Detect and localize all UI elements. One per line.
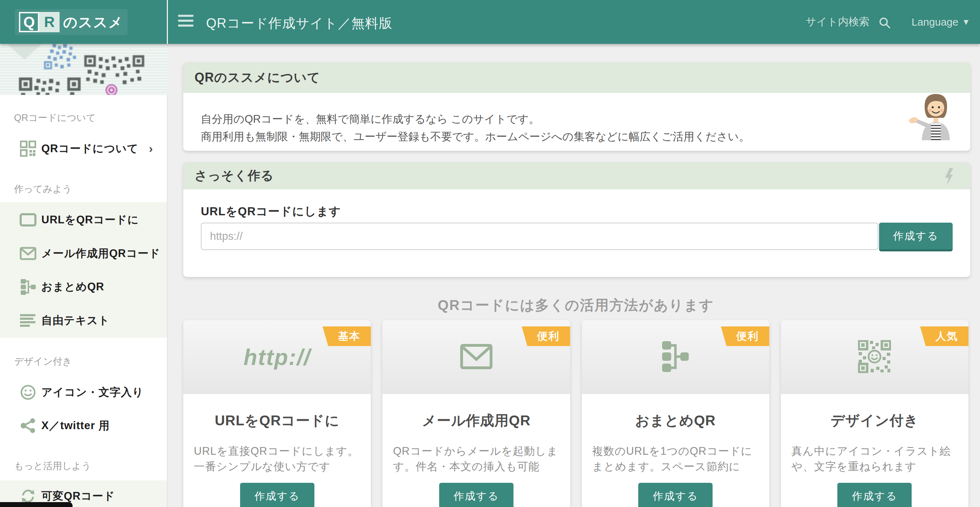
usecase-card-omatome[interactable]: 便利 おまとめQR 複数のURLを1つのQRコードにまとめます。スペース節約に … (582, 320, 769, 507)
lightning-icon (943, 168, 956, 187)
url-input[interactable] (201, 223, 878, 250)
logo-q-box: Q (19, 12, 39, 32)
badge-handy: 便利 (721, 327, 769, 346)
usecase-card-title: おまとめQR (582, 411, 769, 430)
language-dropdown[interactable]: Language ▼ (912, 16, 970, 28)
sidebar-section-label: QRコードについて (14, 112, 96, 124)
tree-diagram-icon (662, 340, 689, 374)
share-icon (20, 417, 37, 434)
sidebar-item-qr-about[interactable]: QRコードについて › (0, 132, 167, 165)
about-card: QRのススメについて 自分用のQRコードを、無料で簡単に作成するなら このサイト… (183, 62, 970, 151)
sidebar-item-label: おまとめQR (41, 279, 104, 294)
sidebar-section-label: もっと活用しよう (14, 460, 91, 472)
usecase-card-desc: URLを直接QRコードにします。一番シンプルな使い方です (194, 443, 360, 474)
logo-text: のススメ (63, 13, 123, 32)
text-lines-icon (20, 312, 37, 329)
quick-create-row: 作成する (201, 223, 953, 251)
browser-window-icon (20, 211, 37, 228)
create-button[interactable]: 作成する (439, 483, 514, 507)
smiley-icon (20, 384, 37, 401)
sidebar-section-label: デザイン付き (14, 355, 72, 368)
envelope-icon (20, 245, 37, 262)
sidebar-item-mail-qr[interactable]: メール作成用QRコード (0, 237, 167, 270)
envelope-icon (460, 344, 492, 371)
sidebar-item-label: URLをQRコードに (41, 212, 139, 227)
logo-r-box: R (39, 12, 60, 32)
guide-woman-illustration (897, 91, 953, 145)
main-content: QRのススメについて 自分用のQRコードを、無料で簡単に作成するなら このサイト… (167, 44, 980, 507)
sidebar-item-twitter-qr[interactable]: X／twitter 用 (0, 409, 167, 442)
sidebar-section-label: 作ってみよう (14, 183, 72, 195)
about-card-body: 自分用のQRコードを、無料で簡単に作成するなら このサイトです。 商用利用も無制… (183, 93, 970, 145)
badge-popular: 人気 (920, 327, 969, 346)
usecase-card-desc: QRコードからメールを起動します。件名・本文の挿入も可能 (393, 443, 559, 474)
create-button[interactable]: 作成する (879, 223, 953, 251)
usecase-card-title: URLをQRコードに (183, 411, 371, 430)
site-search-link[interactable]: サイト内検索 (806, 15, 870, 29)
sidebar-item-label: メール作成用QRコード (41, 246, 160, 261)
quick-create-header: さっそく作る (183, 162, 970, 189)
page: Q R のススメ QRコード作成サイト／無料版 サイト内検索 Language … (0, 0, 980, 507)
tree-diagram-icon (20, 278, 37, 295)
usecase-cards-grid: 基本 http:// URLをQRコードに URLを直接QRコードにします。一番… (183, 320, 969, 507)
http-url-icon: http:// (243, 344, 311, 370)
badge-basic: 基本 (323, 327, 371, 346)
usecase-card-desc: 真ん中にアイコン・イラスト絵や、文字を重ねられます (791, 443, 958, 474)
search-icon[interactable] (879, 17, 891, 29)
usecase-card-title: メール作成用QR (382, 411, 570, 430)
usecases-heading: QRコードには多くの活用方法があります (183, 296, 969, 315)
usecase-card-design[interactable]: 人気 (781, 320, 969, 507)
quick-create-card: さっそく作る URLをQRコードにします 作成する (183, 162, 970, 277)
qr-codes-photo (0, 44, 167, 95)
about-line-1: 自分用のQRコードを、無料で簡単に作成するなら このサイトです。 (201, 110, 970, 128)
about-line-2: 商用利用も無制限・無期限で、ユーザー登録も不要です。ホームページへの集客などに幅… (201, 128, 970, 145)
page-title: QRコード作成サイト／無料版 (206, 14, 392, 32)
site-logo[interactable]: Q R のススメ (15, 9, 127, 35)
usecase-card-mail[interactable]: 便利 メール作成用QR QRコードからメールを起動します。件名・本文の挿入も可能… (382, 320, 570, 507)
sidebar-item-label: アイコン・文字入り (41, 385, 144, 400)
usecase-card-desc: 複数のURLを1つのQRコードにまとめます。スペース節約に (592, 443, 759, 474)
create-button[interactable]: 作成する (638, 483, 713, 507)
usecase-card-title: デザイン付き (781, 411, 969, 430)
header-right-area: サイト内検索 Language ▼ (806, 0, 970, 44)
usecase-card-url[interactable]: 基本 http:// URLをQRコードに URLを直接QRコードにします。一番… (183, 320, 371, 507)
qr-code-icon (20, 140, 37, 157)
chevron-right-icon: › (149, 142, 153, 155)
sidebar-item-label: 可変QRコード (41, 489, 115, 504)
sidebar-item-label: X／twitter 用 (41, 418, 110, 433)
chevron-down-icon: ▼ (962, 17, 970, 27)
url-field-label: URLをQRコードにします (201, 204, 341, 220)
header-divider (167, 0, 168, 44)
top-header-bar: Q R のススメ QRコード作成サイト／無料版 サイト内検索 Language … (0, 0, 980, 44)
qr-smiley-icon (858, 340, 891, 375)
about-card-header: QRのススメについて (183, 62, 970, 93)
sidebar-item-icon-text-qr[interactable]: アイコン・文字入り (0, 376, 167, 409)
link-preview-bar (0, 502, 73, 507)
hamburger-menu-icon[interactable] (178, 15, 194, 29)
create-button[interactable]: 作成する (837, 483, 912, 507)
badge-handy: 便利 (522, 327, 570, 346)
language-label: Language (912, 16, 958, 28)
quick-create-title: さっそく作る (194, 167, 274, 185)
sidebar-item-label: 自由テキスト (41, 313, 110, 328)
sidebar-item-omatome-qr[interactable]: おまとめQR (0, 270, 167, 303)
sidebar-item-url-to-qr[interactable]: URLをQRコードに (0, 203, 167, 236)
about-card-title: QRのススメについて (194, 69, 320, 86)
sidebar-item-label: QRコードについて (41, 141, 138, 156)
create-button[interactable]: 作成する (240, 483, 314, 507)
sidebar-item-free-text[interactable]: 自由テキスト (0, 304, 167, 337)
sidebar: QRコードについて QRコードについて › 作ってみよう URLをQRコードに (0, 44, 167, 507)
